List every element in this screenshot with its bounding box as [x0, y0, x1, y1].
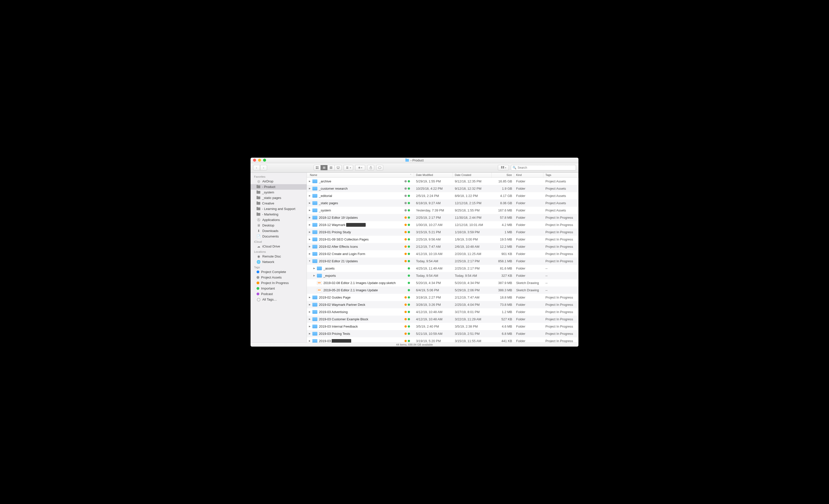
share-button[interactable] [367, 165, 374, 171]
sidebar-item[interactable]: ⒶApplications [251, 217, 307, 223]
header-date-created[interactable]: Date Created [453, 173, 492, 177]
sidebar-item[interactable]: ◎AirDrop [251, 179, 307, 184]
file-row[interactable]: ▼ 2019-02 Editor 21 Updates Today, 9:54 … [307, 257, 578, 265]
sidebar-item[interactable]: Important [251, 286, 307, 291]
back-button[interactable]: ‹ [253, 165, 260, 171]
status-dots [404, 202, 410, 204]
sidebar-item-label: Downloads [262, 229, 278, 233]
forward-button[interactable]: › [260, 165, 267, 171]
tags-button[interactable] [376, 165, 383, 171]
file-row[interactable]: 2019-05-20 Editor 2.1 Images Update 6/4/… [307, 287, 578, 294]
file-row[interactable]: ▶ 2019-03 Pricing Tests 5/21/19, 10:59 A… [307, 330, 578, 337]
file-row[interactable]: ▶ 2019-02 After Effects Icons 2/12/19, 7… [307, 243, 578, 250]
disclosure-triangle-icon[interactable]: ▶ [309, 325, 311, 328]
disclosure-triangle-icon[interactable]: ▶ [309, 180, 311, 182]
header-kind[interactable]: Kind [514, 173, 543, 177]
cell-date-created: 3/5/19, 2:38 PM [453, 325, 492, 328]
cell-size: 388.3 MB [492, 288, 514, 292]
disclosure-triangle-icon[interactable]: ▶ [309, 223, 311, 226]
sidebar-item[interactable]: ⬇Downloads [251, 228, 307, 234]
header-tags[interactable]: Tags [543, 173, 578, 177]
header-name[interactable]: Name⌃ [307, 173, 414, 177]
header-size[interactable]: Size [492, 173, 514, 177]
disclosure-triangle-icon[interactable]: ▶ [313, 274, 315, 277]
file-row[interactable]: ▶ 2019-03 Internal Feedback 3/5/19, 2:40… [307, 323, 578, 330]
disclosure-triangle-icon[interactable]: ▶ [309, 332, 311, 335]
disclosure-triangle-icon[interactable]: ▶ [309, 296, 311, 298]
sidebar-item[interactable]: Project Complete [251, 269, 307, 275]
file-row[interactable]: ▶ _system Yesterday, 7:39 PM 9/25/18, 1:… [307, 207, 578, 214]
gallery-view-button[interactable] [335, 165, 342, 171]
disclosure-triangle-icon[interactable]: ▶ [309, 187, 311, 190]
action-menu-button[interactable]: ✻▾ [355, 165, 365, 171]
file-row[interactable]: ▶ _editorial 2/5/19, 2:24 PM 8/9/18, 1:2… [307, 192, 578, 200]
folder-icon [257, 185, 260, 188]
disclosure-triangle-icon[interactable]: ▶ [309, 252, 311, 255]
file-row[interactable]: ▶ _archive 5/29/19, 1:55 PM 9/12/18, 12:… [307, 178, 578, 185]
sidebar-item[interactable]: _system [251, 190, 307, 195]
sidebar-item[interactable]: 🖥Desktop [251, 223, 307, 228]
cell-date-modified: 10/25/18, 4:22 PM [414, 187, 453, 190]
cell-size: 441 KB [492, 339, 514, 343]
file-row[interactable]: ▶ _static pages 6/18/19, 9:27 AM 12/12/1… [307, 200, 578, 207]
file-row[interactable]: ▶ 2019-01-09 SEO Collection Pages 2/25/1… [307, 236, 578, 243]
disclosure-triangle-icon[interactable]: ▶ [309, 245, 311, 248]
sidebar-item[interactable]: ◉Remote Disc [251, 254, 307, 259]
disclosure-triangle-icon[interactable]: ▶ [309, 231, 311, 233]
disclosure-triangle-icon[interactable]: ▶ [309, 202, 311, 204]
sidebar-item[interactable]: ☁iCloud Drive [251, 244, 307, 249]
sidebar-item[interactable]: 📄Documents [251, 234, 307, 239]
zoom-button[interactable] [263, 159, 266, 161]
sidebar-item[interactable]: - Learning and Support [251, 206, 307, 212]
disclosure-triangle-icon[interactable]: ▶ [309, 303, 311, 306]
file-row[interactable]: ▶ 2018-12 Waymark ████████ 1/30/19, 10:2… [307, 221, 578, 228]
file-row[interactable]: ▶ 2018-12 Editor 19 Updates 2/25/19, 2:1… [307, 214, 578, 221]
disclosure-triangle-icon[interactable]: ▶ [313, 267, 315, 269]
file-row[interactable]: ▶ 2019-02 Create and Login Form 4/12/19,… [307, 250, 578, 257]
sidebar-item[interactable]: _static pages [251, 195, 307, 201]
dropbox-button[interactable]: ▾ [498, 165, 509, 171]
disclosure-triangle-icon[interactable]: ▼ [309, 260, 311, 262]
disclosure-triangle-icon[interactable]: ▶ [309, 209, 311, 212]
sidebar-item[interactable]: 🌐Network [251, 259, 307, 265]
cell-name: 2019-02-08 Editor 2.1 Images Update copy… [307, 281, 414, 285]
sidebar-item[interactable]: Project Assets [251, 275, 307, 280]
file-row[interactable]: ▶ 2019-03 ████████ 3/19/19, 5:20 PM 3/15… [307, 337, 578, 343]
sidebar-item[interactable]: - Product [251, 184, 307, 190]
sidebar-item[interactable]: Creative [251, 201, 307, 206]
sidebar-item[interactable]: Podcast [251, 291, 307, 297]
svg-marker-22 [503, 166, 504, 167]
close-button[interactable] [253, 159, 256, 161]
disclosure-triangle-icon[interactable]: ▶ [309, 339, 311, 342]
file-row[interactable]: ▶ 2019-02 Guides Page 3/19/19, 2:27 PM 2… [307, 294, 578, 301]
file-row[interactable]: ▶ 2019-01 Pricing Study 3/15/19, 5:21 PM… [307, 228, 578, 236]
icon-view-button[interactable] [314, 165, 321, 171]
search-input[interactable] [518, 166, 574, 170]
disclosure-triangle-icon[interactable]: ▶ [309, 318, 311, 320]
file-row[interactable]: ▶ _customer research 10/25/18, 4:22 PM 9… [307, 185, 578, 192]
cell-size: 4.17 GB [492, 194, 514, 198]
file-row[interactable]: ▶ 2019-02 Waymark Partner Deck 3/28/19, … [307, 301, 578, 308]
disclosure-triangle-icon[interactable]: ▶ [309, 238, 311, 241]
folder-icon [257, 191, 260, 194]
sidebar-item[interactable]: ◯All Tags… [251, 297, 307, 302]
cell-name: ▶ 2019-02 After Effects Icons [307, 245, 414, 249]
status-dots [404, 318, 410, 320]
list-view-button[interactable] [321, 165, 328, 171]
sidebar-item[interactable]: Project In Progress [251, 280, 307, 286]
column-view-button[interactable] [328, 165, 335, 171]
search-field[interactable]: 🔍 [511, 165, 576, 171]
svg-rect-1 [317, 167, 318, 168]
file-row[interactable]: 2019-02-08 Editor 2.1 Images Update copy… [307, 279, 578, 287]
disclosure-triangle-icon[interactable]: ▶ [309, 311, 311, 313]
file-row[interactable]: ▶ 2019-03 Advertising 4/12/19, 10:48 AM … [307, 308, 578, 316]
file-row[interactable]: ▶ _exports Today, 9:54 AM Today, 9:54 AM… [307, 272, 578, 279]
group-by-button[interactable]: ▾ [344, 165, 353, 171]
sidebar-item[interactable]: - Marketing [251, 212, 307, 217]
disclosure-triangle-icon[interactable]: ▶ [309, 216, 311, 219]
minimize-button[interactable] [258, 159, 261, 161]
file-row[interactable]: ▶ 2019-03 Customer Example Block 4/12/19… [307, 316, 578, 323]
disclosure-triangle-icon[interactable]: ▶ [309, 194, 311, 197]
file-row[interactable]: ▶ _assets 4/25/19, 11:49 AM 2/25/19, 2:1… [307, 265, 578, 272]
header-date-modified[interactable]: Date Modified [414, 173, 453, 177]
